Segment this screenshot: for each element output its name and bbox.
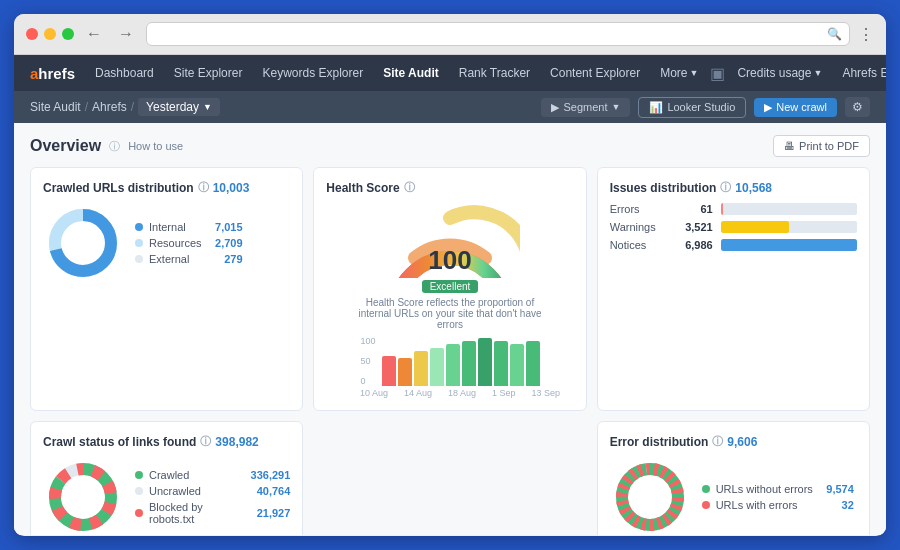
nav-more[interactable]: More ▼ — [652, 62, 706, 84]
error-dist-title: Error distribution ⓘ 9,606 — [610, 434, 857, 449]
no-errors-dot — [702, 485, 710, 493]
breadcrumb-actions: ▶ Segment ▼ 📊 Looker Studio ▶ New crawl … — [541, 97, 870, 118]
legend-with-errors: URLs with errors 32 — [702, 499, 854, 511]
resources-dot — [135, 239, 143, 247]
overview-info-icon: ⓘ — [109, 139, 120, 154]
crawl-status-title: Crawl status of links found ⓘ 398,982 — [43, 434, 290, 449]
issues-list: Errors 61 Warnings 3,521 — [610, 203, 857, 251]
breadcrumb-ahrefs[interactable]: Ahrefs — [92, 100, 127, 114]
error-distribution-card: Error distribution ⓘ 9,606 — [597, 421, 870, 535]
crawl-status-donut — [43, 457, 123, 535]
with-errors-dot — [702, 501, 710, 509]
health-score-card: Health Score ⓘ — [313, 167, 586, 411]
minimize-button[interactable] — [44, 28, 56, 40]
crawled-dot — [135, 471, 143, 479]
issues-title: Issues distribution ⓘ 10,568 — [610, 180, 857, 195]
issue-warnings-count: 3,521 — [678, 221, 713, 233]
segment-button[interactable]: ▶ Segment ▼ — [541, 98, 630, 117]
blocked-dot — [135, 509, 143, 517]
segment-icon: ▶ — [551, 101, 559, 114]
legend-blocked: Blocked by robots.txt 21,927 — [135, 501, 290, 525]
bar-9 — [510, 344, 524, 386]
error-dist-info-icon: ⓘ — [712, 434, 723, 449]
health-score-value: 100 — [428, 245, 471, 276]
breadcrumb-site-audit[interactable]: Site Audit — [30, 100, 81, 114]
nav-site-explorer[interactable]: Site Explorer — [166, 62, 251, 84]
nav-site-audit[interactable]: Site Audit — [375, 62, 447, 84]
issue-warnings-bar — [721, 221, 789, 233]
crawl-status-count: 398,982 — [215, 435, 258, 449]
breadcrumb-yesterday[interactable]: Yesterday ▼ — [138, 98, 220, 116]
health-score-description: Health Score reflects the proportion of … — [350, 297, 550, 330]
health-score-info-icon: ⓘ — [404, 180, 415, 195]
browser-menu-icon[interactable]: ⋮ — [858, 25, 874, 44]
crawl-status-card: Crawl status of links found ⓘ 398,982 — [30, 421, 303, 535]
crawled-urls-card: Crawled URLs distribution ⓘ 10,003 — [30, 167, 303, 411]
crawled-urls-donut — [43, 203, 123, 283]
segment-arrow: ▼ — [611, 102, 620, 112]
looker-button[interactable]: 📊 Looker Studio — [638, 97, 746, 118]
breadcrumb-sep-1: / — [85, 100, 88, 114]
issue-warnings-row: Warnings 3,521 — [610, 221, 857, 233]
crawled-urls-legend: Internal 7,015 Resources 2,709 External — [135, 221, 243, 265]
uncrawled-dot — [135, 487, 143, 495]
crawl-status-info-icon: ⓘ — [200, 434, 211, 449]
crawled-urls-info-icon: ⓘ — [198, 180, 209, 195]
issues-distribution-card: Issues distribution ⓘ 10,568 Errors 61 — [597, 167, 870, 411]
legend-resources: Resources 2,709 — [135, 237, 243, 249]
issue-errors-row: Errors 61 — [610, 203, 857, 215]
browser-window: ← → 🔍 ⋮ ahrefs Dashboard Site Explorer K… — [14, 14, 886, 536]
nav-enterprise[interactable]: Ahrefs Enterprise ▼ — [834, 62, 886, 84]
issue-warnings-bar-wrap — [721, 221, 857, 233]
error-dist-donut-section: URLs without errors 9,574 URLs with erro… — [610, 457, 857, 535]
nav-rank-tracker[interactable]: Rank Tracker — [451, 62, 538, 84]
health-score-title: Health Score ⓘ — [326, 180, 573, 195]
bar-10 — [526, 341, 540, 386]
monitor-icon: ▣ — [710, 64, 725, 83]
looker-icon: 📊 — [649, 101, 663, 114]
issue-errors-label: Errors — [610, 203, 670, 215]
address-bar[interactable] — [146, 22, 850, 46]
maximize-button[interactable] — [62, 28, 74, 40]
legend-uncrawled: Uncrawled 40,764 — [135, 485, 290, 497]
print-icon: 🖶 — [784, 140, 795, 152]
legend-internal: Internal 7,015 — [135, 221, 243, 233]
nav-keywords-explorer[interactable]: Keywords Explorer — [254, 62, 371, 84]
issue-notices-label: Notices — [610, 239, 670, 251]
bar-6 — [462, 341, 476, 386]
bar-5 — [446, 344, 460, 386]
new-crawl-button[interactable]: ▶ New crawl — [754, 98, 837, 117]
crawled-urls-donut-section: Internal 7,015 Resources 2,709 External — [43, 203, 290, 283]
y-label-0: 0 — [360, 376, 375, 386]
back-button[interactable]: ← — [82, 23, 106, 45]
legend-external: External 279 — [135, 253, 243, 265]
external-dot — [135, 255, 143, 263]
x-label-sep1: 1 Sep — [492, 388, 516, 398]
y-label-100: 100 — [360, 336, 375, 346]
bar-3 — [414, 351, 428, 386]
traffic-lights — [26, 28, 74, 40]
issue-errors-count: 61 — [678, 203, 713, 215]
close-button[interactable] — [26, 28, 38, 40]
x-label-aug18: 18 Aug — [448, 388, 476, 398]
forward-button[interactable]: → — [114, 23, 138, 45]
bar-8 — [494, 341, 508, 386]
search-icon: 🔍 — [827, 27, 842, 41]
print-button[interactable]: 🖶 Print to PDF — [773, 135, 870, 157]
nav-credits[interactable]: Credits usage ▼ — [729, 62, 830, 84]
bar-1 — [382, 356, 396, 386]
settings-button[interactable]: ⚙ — [845, 97, 870, 117]
nav-content-explorer[interactable]: Content Explorer — [542, 62, 648, 84]
yesterday-dropdown-arrow: ▼ — [203, 102, 212, 112]
internal-dot — [135, 223, 143, 231]
how-to-use-link[interactable]: How to use — [128, 140, 183, 152]
legend-no-errors: URLs without errors 9,574 — [702, 483, 854, 495]
crawl-status-donut-section: Crawled 336,291 Uncrawled 40,764 Blocked… — [43, 457, 290, 535]
crawl-status-legend: Crawled 336,291 Uncrawled 40,764 Blocked… — [135, 469, 290, 525]
nav-dashboard[interactable]: Dashboard — [87, 62, 162, 84]
bar-4 — [430, 348, 444, 386]
issue-notices-count: 6,986 — [678, 239, 713, 251]
breadcrumb: Site Audit / Ahrefs / Yesterday ▼ — [30, 98, 220, 116]
play-icon: ▶ — [764, 101, 772, 114]
crawled-urls-title: Crawled URLs distribution ⓘ 10,003 — [43, 180, 290, 195]
